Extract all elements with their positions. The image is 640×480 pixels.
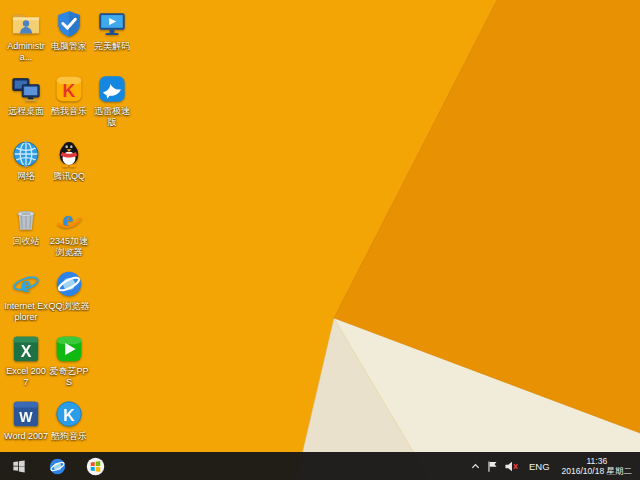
- svg-text:e: e: [21, 272, 31, 297]
- desktop-icon-purecodec[interactable]: 完美解码: [90, 9, 134, 52]
- kugou-icon: K: [54, 399, 84, 429]
- desktop-icon-qq-browser[interactable]: QQ浏览器: [47, 269, 91, 312]
- desktop-icon-label: 电脑管家: [51, 41, 87, 52]
- desktop-icon-word-2007[interactable]: WWord 2007: [4, 399, 48, 442]
- desktop-icon-xunlei[interactable]: 迅雷极速版: [90, 74, 134, 127]
- desktop-icon-kugou-music[interactable]: K酷狗音乐: [47, 399, 91, 442]
- pps-icon: [54, 334, 84, 364]
- desktop-icon-label: Internet Explorer: [4, 301, 48, 322]
- recycle-bin-icon: [11, 204, 41, 234]
- qq-browser-icon: [48, 457, 67, 476]
- desktop-icon-pc-manager[interactable]: 电脑管家: [47, 9, 91, 52]
- action-center-button[interactable]: [484, 452, 501, 480]
- desktop-icon-label: Excel 2007: [4, 366, 48, 387]
- svg-text:K: K: [63, 81, 76, 101]
- desktop-icon-tencent-qq[interactable]: 腾讯QQ: [47, 139, 91, 182]
- desktop-icon-internet-explorer[interactable]: eInternet Explorer: [4, 269, 48, 322]
- desktop-icon-label: 腾讯QQ: [53, 171, 85, 182]
- desktop-icon-label: 完美解码: [94, 41, 130, 52]
- desktop-icon-iqiyi-pps[interactable]: 爱奇艺PPS: [47, 334, 91, 387]
- desktop-icon-label: 迅雷极速版: [90, 106, 134, 127]
- system-tray: ENG 11:36 2016/10/18 星期二: [467, 452, 640, 480]
- desktop-icon-network[interactable]: 网络: [4, 139, 48, 182]
- kuwo-icon: K: [54, 74, 84, 104]
- desktop-icon-label: 回收站: [13, 236, 40, 247]
- xunlei-icon: [97, 74, 127, 104]
- show-hidden-icons-button[interactable]: [467, 452, 483, 480]
- desktop-icon-label: 爱奇艺PPS: [47, 366, 91, 387]
- desktop-icon-excel-2007[interactable]: XExcel 2007: [4, 334, 48, 387]
- win-circle-icon: [86, 457, 105, 476]
- clock-date: 2016/10/18 星期二: [562, 466, 632, 476]
- desktop-icon-2345-browser[interactable]: e2345加速浏览器: [47, 204, 91, 257]
- desktop-icon-label: 2345加速浏览器: [47, 236, 91, 257]
- qq-browser-icon: [54, 269, 84, 299]
- start-button[interactable]: [0, 452, 38, 480]
- windows-circle-taskbar-button[interactable]: [76, 452, 114, 480]
- volume-button[interactable]: [502, 452, 521, 480]
- desktop-icon-kuwo-music[interactable]: K酷我音乐: [47, 74, 91, 117]
- svg-text:e: e: [63, 206, 73, 232]
- svg-text:K: K: [63, 407, 75, 424]
- remote-desktop-icon: [11, 74, 41, 104]
- desktop-icon-label: Word 2007: [4, 431, 48, 442]
- desktop-icon-administrator[interactable]: Administra...: [4, 9, 48, 62]
- taskbar-buttons: [0, 452, 114, 480]
- desktop-icon-label: 网络: [17, 171, 35, 182]
- monitor-play-icon: [97, 9, 127, 39]
- qq-icon: [54, 139, 84, 169]
- excel-icon: X: [11, 334, 41, 364]
- word-icon: W: [11, 399, 41, 429]
- e2345-icon: e: [54, 204, 84, 234]
- user-folder-icon: [11, 9, 41, 39]
- speaker-muted-icon: [504, 460, 519, 473]
- desktop[interactable]: Administra...远程桌面网络回收站eInternet Explorer…: [0, 0, 640, 480]
- chevron-up-icon: [470, 461, 481, 472]
- win-flag-icon: [11, 458, 27, 474]
- desktop-icon-label: 远程桌面: [8, 106, 44, 117]
- desktop-icon-remote-desktop[interactable]: 远程桌面: [4, 74, 48, 117]
- qq-browser-taskbar-button[interactable]: [38, 452, 76, 480]
- language-indicator[interactable]: ENG: [522, 452, 557, 480]
- svg-text:X: X: [21, 343, 32, 360]
- taskbar: ENG 11:36 2016/10/18 星期二: [0, 452, 640, 480]
- flag-icon: [486, 460, 499, 473]
- ie-icon: e: [11, 269, 41, 299]
- clock[interactable]: 11:36 2016/10/18 星期二: [558, 456, 636, 476]
- desktop-icon-recycle-bin[interactable]: 回收站: [4, 204, 48, 247]
- desktop-icon-label: 酷狗音乐: [51, 431, 87, 442]
- desktop-icon-grid: Administra...远程桌面网络回收站eInternet Explorer…: [0, 0, 640, 452]
- svg-text:W: W: [19, 409, 33, 425]
- shield-icon: [54, 9, 84, 39]
- desktop-icon-label: Administra...: [4, 41, 48, 62]
- network-icon: [11, 139, 41, 169]
- desktop-icon-label: 酷我音乐: [51, 106, 87, 117]
- desktop-icon-label: QQ浏览器: [48, 301, 89, 312]
- clock-time: 11:36: [562, 456, 632, 466]
